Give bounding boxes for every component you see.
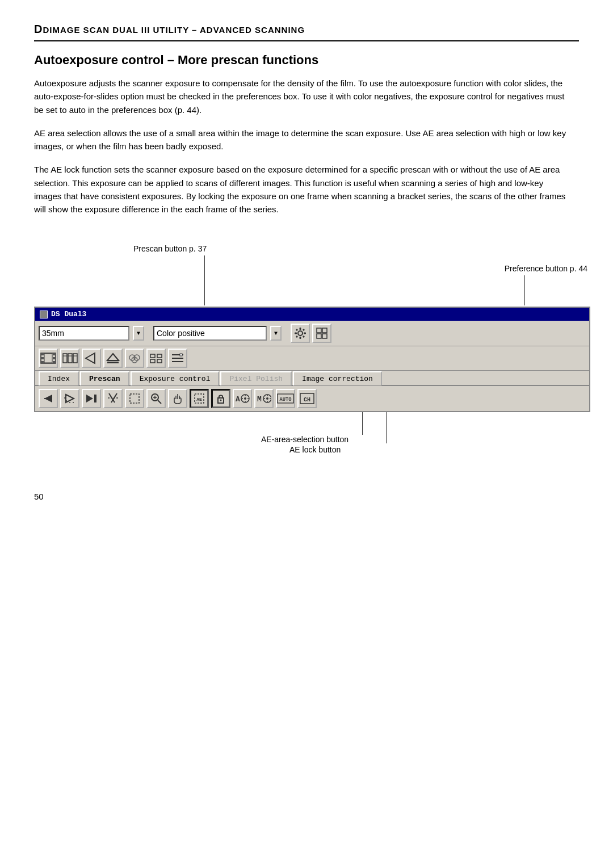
section-title: Autoexposure control – More prescan func…: [34, 53, 579, 68]
svg-point-68: [244, 397, 246, 400]
skip-end-btn[interactable]: [82, 389, 101, 408]
svg-rect-4: [304, 333, 306, 334]
multi-frame-icon: [62, 352, 78, 364]
pan-icon: [171, 392, 184, 405]
ae-area-selection-btn[interactable]: AE: [190, 389, 209, 408]
tab-exposure-control[interactable]: Exposure control: [131, 371, 220, 385]
svg-marker-28: [107, 354, 119, 360]
ae-area-callout-label: AE-area-selection button: [261, 435, 349, 444]
m-settings-icon: M: [257, 392, 271, 405]
svg-rect-53: [130, 394, 139, 403]
svg-marker-27: [86, 353, 95, 363]
svg-text:A: A: [236, 395, 240, 404]
svg-rect-35: [150, 359, 155, 363]
header-title: DIMAGE SCAN DUAL III UTILITY – ADVANCED …: [43, 25, 305, 35]
svg-rect-46: [69, 402, 70, 403]
window-title: DS Dual3: [51, 310, 86, 318]
forward-btn[interactable]: [60, 389, 79, 408]
rect-select-btn[interactable]: [125, 389, 144, 408]
svg-point-75: [266, 397, 268, 400]
svg-point-0: [298, 331, 303, 336]
prescan-callout-label: Prescan button p. 37: [133, 244, 207, 253]
tab-prescan[interactable]: Prescan: [80, 371, 129, 385]
svg-text:CH: CH: [304, 397, 310, 403]
crop-icon: [107, 392, 119, 405]
film-size-value: 35mm: [42, 329, 126, 338]
svg-rect-7: [296, 336, 298, 338]
svg-rect-9: [317, 328, 321, 333]
svg-text:AE: AE: [196, 397, 202, 402]
ae-lock-callout-label: AE lock button: [289, 445, 341, 454]
toolbar-row-1: 35mm ▼ Color positive ▼: [35, 321, 589, 346]
skip-end-icon: [85, 392, 98, 405]
svg-rect-36: [157, 359, 162, 363]
scanner-tabs: Index Prescan Exposure control Pixel Pol…: [35, 371, 589, 386]
film-type-value: Color positive: [157, 329, 263, 338]
svg-rect-47: [73, 402, 74, 403]
svg-rect-8: [303, 336, 305, 338]
crop-btn[interactable]: [103, 389, 123, 408]
svg-rect-6: [303, 329, 305, 331]
film-type-dropdown-arrow[interactable]: ▼: [270, 326, 282, 341]
svg-rect-1: [300, 328, 301, 330]
eject-btn[interactable]: [103, 349, 123, 368]
film-strip-icon: [40, 352, 56, 364]
svg-rect-18: [53, 357, 56, 359]
color-correction-btn[interactable]: [125, 349, 144, 368]
a-settings-icon: A: [235, 392, 250, 405]
svg-point-61: [220, 400, 222, 401]
film-type-select[interactable]: Color positive: [153, 326, 267, 341]
film-size-select[interactable]: 35mm: [39, 326, 129, 341]
window-icon: [40, 311, 48, 318]
film-strip-btn[interactable]: [39, 349, 58, 368]
layout-icon: [316, 327, 328, 339]
auto-icon: AUTO: [277, 392, 294, 405]
m-settings-btn[interactable]: M: [254, 389, 274, 408]
color-correction-icon: [128, 352, 141, 364]
a-settings-btn[interactable]: A: [233, 389, 252, 408]
svg-rect-15: [41, 357, 44, 359]
back-icon: [42, 392, 54, 405]
zoom-icon: [150, 392, 162, 405]
svg-marker-48: [86, 395, 93, 402]
auto-btn[interactable]: AUTO: [276, 389, 295, 408]
preference-callout-label: Preference button p. 44: [463, 264, 587, 273]
svg-rect-33: [150, 354, 155, 358]
svg-text:M: M: [257, 395, 262, 404]
tab-image-correction[interactable]: Image correction: [293, 371, 382, 385]
toolbar-row-3: AE A: [35, 386, 589, 411]
layout-button[interactable]: [312, 324, 331, 343]
preferences-button[interactable]: [291, 324, 310, 343]
svg-marker-43: [66, 395, 74, 402]
tab-pixel-polish[interactable]: Pixel Polish: [220, 371, 292, 385]
zoom-btn[interactable]: [146, 389, 166, 408]
svg-rect-22: [68, 354, 72, 363]
svg-rect-29: [107, 362, 119, 363]
header-d-letter: D: [34, 23, 43, 35]
paragraph-2: AE area selection allows the use of a sm…: [34, 127, 568, 153]
ae-lock-icon: [215, 392, 227, 405]
svg-rect-16: [41, 361, 44, 363]
prescan-btn[interactable]: [82, 349, 101, 368]
svg-rect-20: [44, 354, 52, 363]
list-settings-icon: [171, 352, 184, 364]
svg-rect-14: [41, 353, 44, 355]
prescan-icon: [85, 352, 98, 364]
list-settings-btn[interactable]: [168, 349, 187, 368]
settings-icon: [149, 352, 163, 364]
page-header: DDIMAGE SCAN DUAL III UTILITY – ADVANCED…: [34, 23, 579, 41]
pan-btn[interactable]: [168, 389, 187, 408]
svg-rect-11: [317, 334, 321, 338]
multi-frame-btn[interactable]: [60, 349, 79, 368]
svg-rect-44: [64, 397, 65, 399]
tab-index[interactable]: Index: [39, 371, 79, 385]
ae-lock-btn[interactable]: [211, 389, 230, 408]
scanner-titlebar: DS Dual3: [35, 308, 589, 321]
back-btn[interactable]: [39, 389, 58, 408]
preference-line: [524, 275, 525, 305]
ch-icon: CH: [300, 392, 314, 405]
film-size-dropdown-arrow[interactable]: ▼: [133, 326, 144, 341]
ch-btn[interactable]: CH: [297, 389, 317, 408]
svg-rect-45: [66, 400, 67, 401]
settings-btn[interactable]: [146, 349, 166, 368]
